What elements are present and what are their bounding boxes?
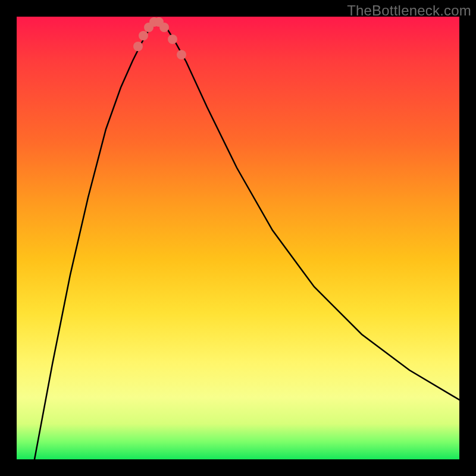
plot-area: [17, 17, 459, 459]
chart-svg: [17, 17, 459, 459]
bottleneck-curve: [35, 20, 459, 459]
data-marker: [139, 31, 148, 40]
watermark-text: TheBottleneck.com: [347, 2, 471, 19]
data-marker: [177, 50, 186, 60]
data-marker: [133, 42, 143, 51]
marker-group: [133, 17, 186, 60]
data-marker: [168, 35, 177, 44]
data-marker: [159, 23, 169, 32]
